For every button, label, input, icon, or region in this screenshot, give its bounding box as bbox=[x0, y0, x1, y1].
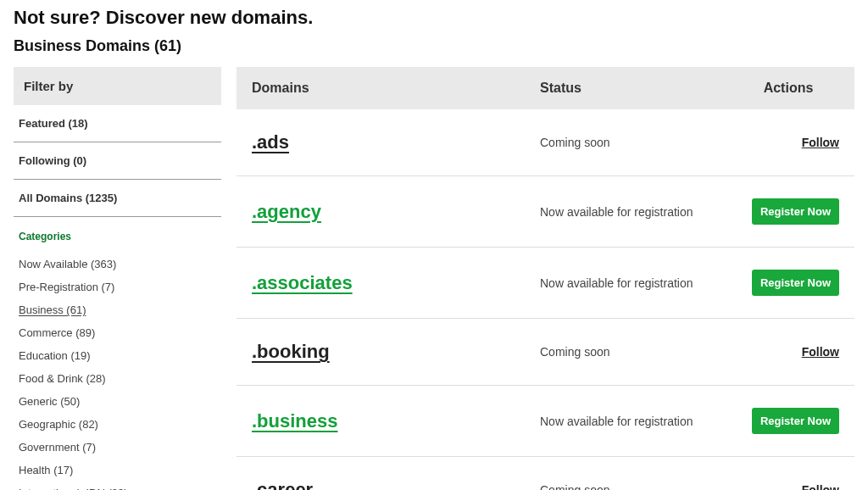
follow-link[interactable]: Follow bbox=[802, 483, 839, 490]
table-header-actions: Actions bbox=[737, 81, 839, 96]
table-row: .career Coming soon Follow bbox=[236, 457, 854, 490]
table-row: .agency Now available for registration R… bbox=[236, 176, 854, 248]
table-header: Domains Status Actions bbox=[236, 67, 854, 109]
table-row: .business Now available for registration… bbox=[236, 386, 854, 457]
domain-link-booking[interactable]: .booking bbox=[252, 341, 330, 362]
category-item-education[interactable]: Education (19) bbox=[19, 344, 216, 367]
domain-link-career[interactable]: .career bbox=[252, 479, 313, 490]
status-text: Now available for registration bbox=[540, 415, 693, 428]
follow-link[interactable]: Follow bbox=[802, 345, 839, 359]
status-text: Coming soon bbox=[540, 345, 610, 359]
sidebar-item-featured[interactable]: Featured (18) bbox=[14, 105, 221, 142]
category-item-pre-registration[interactable]: Pre-Registration (7) bbox=[19, 276, 216, 298]
table-row: .associates Now available for registrati… bbox=[236, 248, 854, 319]
sidebar-categories-heading: Categories bbox=[14, 217, 221, 246]
table-header-domains: Domains bbox=[252, 81, 540, 96]
register-now-button[interactable]: Register Now bbox=[752, 408, 839, 434]
register-now-button[interactable]: Register Now bbox=[752, 270, 839, 296]
sidebar-item-all-domains[interactable]: All Domains (1235) bbox=[14, 180, 221, 217]
layout: Filter by Featured (18) Following (0) Al… bbox=[14, 67, 854, 490]
main-content: Domains Status Actions .ads Coming soon … bbox=[236, 67, 854, 490]
status-text: Now available for registration bbox=[540, 205, 693, 219]
status-text: Now available for registration bbox=[540, 276, 693, 290]
table-header-status: Status bbox=[540, 81, 737, 96]
category-item-generic[interactable]: Generic (50) bbox=[19, 390, 216, 413]
category-item-food-drink[interactable]: Food & Drink (28) bbox=[19, 367, 216, 390]
category-item-geographic[interactable]: Geographic (82) bbox=[19, 413, 216, 436]
category-item-now-available[interactable]: Now Available (363) bbox=[19, 253, 216, 276]
categories-list: Now Available (363) Pre-Registration (7)… bbox=[14, 246, 221, 490]
domain-link-business[interactable]: .business bbox=[252, 410, 337, 432]
domain-link-ads[interactable]: .ads bbox=[252, 131, 289, 153]
category-item-commerce[interactable]: Commerce (89) bbox=[19, 321, 216, 344]
sidebar: Filter by Featured (18) Following (0) Al… bbox=[14, 67, 221, 490]
category-item-business[interactable]: Business (61) bbox=[19, 298, 216, 321]
category-item-international-idn[interactable]: International -IDN (83) bbox=[19, 482, 216, 490]
table-row: .ads Coming soon Follow bbox=[236, 109, 854, 176]
follow-link[interactable]: Follow bbox=[802, 136, 839, 149]
status-text: Coming soon bbox=[540, 136, 610, 149]
status-text: Coming soon bbox=[540, 483, 610, 490]
section-title: Business Domains (61) bbox=[14, 37, 854, 55]
category-item-health[interactable]: Health (17) bbox=[19, 459, 216, 482]
sidebar-item-following[interactable]: Following (0) bbox=[14, 142, 221, 180]
filter-by-header: Filter by bbox=[14, 67, 221, 105]
register-now-button[interactable]: Register Now bbox=[752, 198, 839, 225]
page: Not sure? Discover new domains. Business… bbox=[0, 0, 868, 490]
domain-link-agency[interactable]: .agency bbox=[252, 201, 321, 222]
domain-link-associates[interactable]: .associates bbox=[252, 272, 353, 293]
table-row: .booking Coming soon Follow bbox=[236, 319, 854, 386]
category-item-government[interactable]: Government (7) bbox=[19, 436, 216, 459]
hero-title: Not sure? Discover new domains. bbox=[14, 7, 854, 29]
